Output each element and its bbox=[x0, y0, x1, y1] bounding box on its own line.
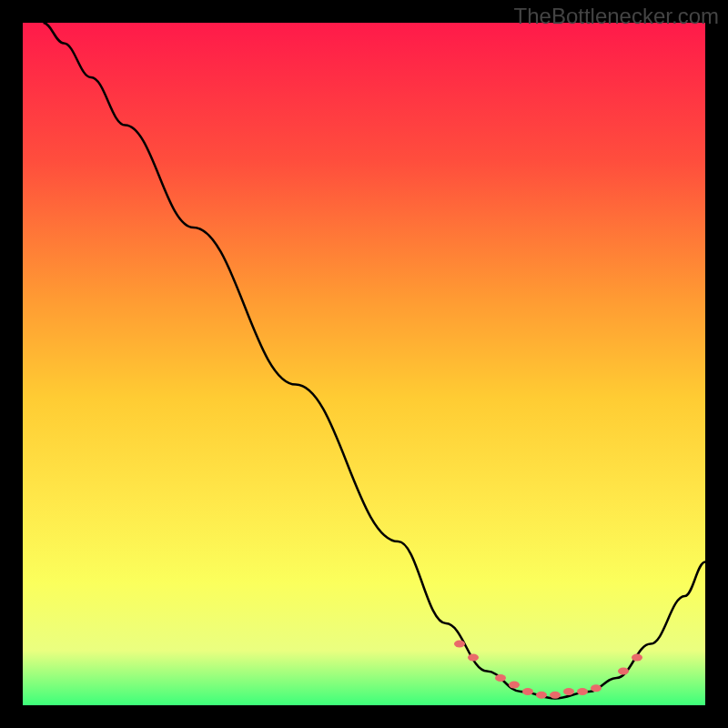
highlight-dot bbox=[618, 668, 629, 675]
highlight-dot bbox=[563, 688, 574, 695]
highlight-dot bbox=[509, 682, 520, 689]
highlight-dot bbox=[468, 654, 479, 662]
highlight-dot bbox=[550, 692, 561, 699]
chart-svg bbox=[23, 23, 705, 705]
chart-plot-area bbox=[23, 23, 705, 705]
highlight-dot bbox=[454, 641, 465, 648]
highlight-dot bbox=[591, 684, 602, 692]
highlight-dot bbox=[522, 688, 533, 695]
highlight-dot bbox=[632, 654, 642, 662]
highlight-dot bbox=[495, 674, 506, 682]
highlight-dot bbox=[577, 688, 588, 695]
highlight-dot bbox=[536, 692, 547, 699]
watermark-text: TheBottlenecker.com bbox=[514, 4, 719, 29]
